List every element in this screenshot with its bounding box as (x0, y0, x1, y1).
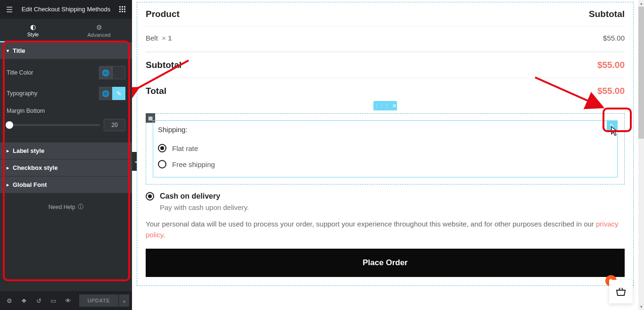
subtotal-row: Subtotal $55.00 (146, 52, 625, 78)
row-typography: Typography 🌐 ✎ (7, 87, 125, 100)
gear-icon: ⚙ (96, 24, 102, 31)
typography-label: Typography (7, 90, 37, 97)
need-help-label: Need Help (49, 204, 75, 210)
history-icon[interactable]: ↺ (32, 294, 45, 307)
page-scrollbar[interactable]: ▴ ▾ (638, 0, 644, 310)
payment-cod[interactable]: Cash on delivery (146, 192, 625, 201)
col-subtotal: Subtotal (589, 9, 625, 19)
subtotal-value: $55.00 (597, 60, 625, 70)
preview-area: Product Subtotal Belt × 1 $55.00 Subtota… (132, 0, 638, 310)
margin-bottom-label: Margin Bottom (7, 108, 125, 114)
widget-toolbar[interactable]: ⋮⋮⋮ ✕ (373, 101, 397, 110)
grip-icon[interactable]: ⋮⋮⋮ (374, 103, 389, 109)
svg-rect-7 (122, 11, 123, 12)
caret-right-icon: ▸ (7, 182, 9, 187)
scroll-thumb[interactable] (638, 7, 644, 139)
cursor-icon (610, 126, 619, 139)
order-table-header: Product Subtotal (146, 2, 625, 26)
color-swatch[interactable] (112, 66, 125, 79)
row-margin-bottom: Margin Bottom (7, 108, 125, 131)
section-label-style[interactable]: ▸ Label style (0, 142, 132, 159)
scroll-up-icon[interactable]: ▴ (638, 0, 644, 7)
typography-controls: 🌐 ✎ (99, 87, 125, 100)
order-item-row: Belt × 1 $55.00 (146, 26, 625, 50)
total-value: $55.00 (597, 86, 625, 96)
tab-style-label: Style (27, 32, 39, 37)
menu-icon[interactable]: ☰ (4, 4, 15, 15)
globe-icon[interactable]: 🌐 (99, 87, 112, 100)
place-order-button[interactable]: Place Order (146, 249, 625, 277)
payment-cod-label: Cash on delivery (160, 192, 220, 201)
svg-rect-6 (119, 11, 121, 12)
preview-icon[interactable]: 👁 (61, 294, 74, 307)
sidebar-title: Edit Checkout Shipping Methods (15, 4, 117, 15)
shipping-widget-wrapper[interactable]: ▦ ✎ Shipping: Flat rate Free shipping (146, 113, 625, 184)
svg-rect-1 (122, 6, 123, 8)
svg-rect-2 (124, 6, 125, 8)
caret-down-icon: ▾ (7, 48, 9, 53)
section-outline: Product Subtotal Belt × 1 $55.00 Subtota… (137, 2, 634, 286)
caret-right-icon: ▸ (7, 165, 9, 170)
sidebar-footer: ⚙ ❖ ↺ ▭ 👁 UPDATE ▴ (0, 291, 132, 310)
shipping-option-flat[interactable]: Flat rate (158, 140, 612, 156)
cart-button[interactable] (609, 280, 633, 303)
radio-checked-icon[interactable] (146, 192, 154, 201)
radio-icon[interactable] (158, 160, 166, 168)
total-label: Total (146, 86, 166, 96)
sidebar-header: ☰ Edit Checkout Shipping Methods (0, 0, 132, 19)
sidebar-sections: ▾ Title Title Color 🌐 Typography 🌐 ✎ Mar… (0, 42, 132, 291)
section-global-font[interactable]: ▸ Global Font (0, 176, 132, 193)
section-global-font-label: Global Font (13, 181, 47, 188)
row-title-color: Title Color 🌐 (7, 66, 125, 79)
shipping-title: Shipping: (158, 126, 612, 134)
order-item-name: Belt × 1 (146, 34, 172, 42)
col-product: Product (146, 9, 180, 19)
close-icon[interactable]: ✕ (392, 103, 396, 109)
privacy-text: Your personal data will be used to proce… (146, 219, 625, 240)
payment-cod-desc: Pay with cash upon delivery. (160, 203, 625, 211)
svg-rect-8 (124, 11, 125, 12)
shipping-flat-label: Flat rate (172, 144, 198, 152)
section-label-style-label: Label style (13, 147, 44, 154)
update-button[interactable]: UPDATE (79, 294, 118, 307)
slider-thumb[interactable] (6, 121, 13, 129)
pencil-icon[interactable]: ✎ (112, 87, 125, 100)
section-title-label: Title (13, 47, 25, 54)
caret-right-icon: ▸ (7, 148, 9, 153)
editor-sidebar: ☰ Edit Checkout Shipping Methods ◐ Style… (0, 0, 132, 310)
svg-rect-3 (119, 8, 121, 10)
responsive-icon[interactable]: ▭ (47, 294, 60, 307)
total-row: Total $55.00 (146, 78, 625, 104)
need-help[interactable]: Need Help ⓘ (0, 193, 132, 220)
help-icon: ⓘ (78, 203, 83, 211)
section-checkbox-style[interactable]: ▸ Checkbox style (0, 159, 132, 176)
margin-bottom-input[interactable] (104, 119, 125, 131)
title-color-controls: 🌐 (99, 66, 125, 79)
svg-rect-0 (119, 6, 121, 8)
section-title-header[interactable]: ▾ Title (0, 42, 132, 59)
settings-icon[interactable]: ⚙ (3, 294, 16, 307)
sidebar-tabs: ◐ Style ⚙ Advanced (0, 19, 132, 42)
shipping-option-free[interactable]: Free shipping (158, 156, 612, 172)
subtotal-label: Subtotal (146, 60, 182, 70)
contrast-icon: ◐ (30, 23, 36, 31)
section-checkbox-style-label: Checkbox style (13, 164, 58, 171)
svg-rect-4 (122, 8, 123, 10)
radio-checked-icon[interactable] (158, 144, 166, 152)
basket-icon (615, 286, 627, 297)
svg-rect-5 (124, 8, 125, 10)
shipping-widget[interactable]: ✎ Shipping: Flat rate Free shipping (153, 120, 618, 177)
tab-advanced-label: Advanced (88, 32, 111, 38)
layers-icon[interactable]: ❖ (17, 294, 31, 307)
margin-bottom-slider[interactable] (7, 124, 100, 126)
title-color-label: Title Color (7, 69, 33, 76)
update-caret[interactable]: ▴ (119, 294, 129, 307)
apps-icon[interactable] (117, 4, 128, 15)
section-title-body: Title Color 🌐 Typography 🌐 ✎ Margin Bott… (0, 59, 132, 142)
globe-icon[interactable]: 🌐 (99, 66, 112, 79)
order-item-price: $55.00 (603, 34, 625, 42)
shipping-free-label: Free shipping (172, 160, 215, 168)
tab-advanced[interactable]: ⚙ Advanced (66, 19, 132, 42)
tab-style[interactable]: ◐ Style (0, 19, 66, 42)
scroll-down-icon[interactable]: ▾ (638, 303, 644, 310)
